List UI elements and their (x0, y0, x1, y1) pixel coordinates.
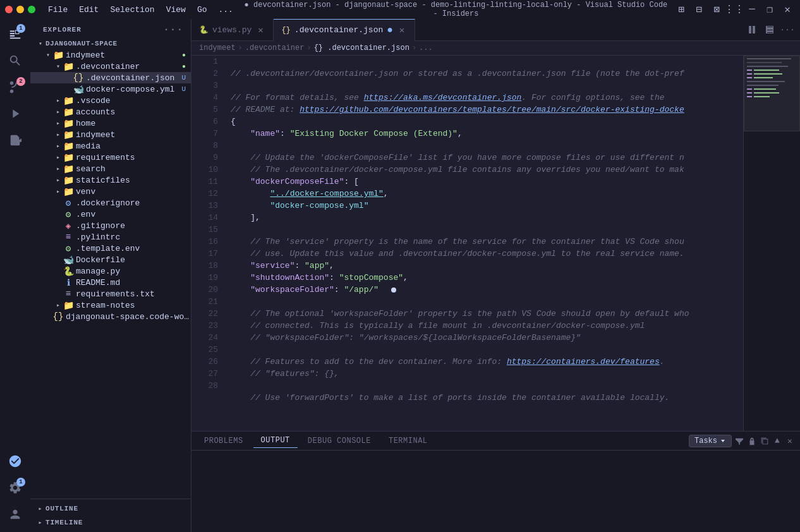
search-arrow: ▸ (53, 164, 63, 174)
tab-views-py-close[interactable]: ✕ (255, 25, 265, 35)
panel-lock-icon[interactable] (747, 436, 757, 446)
dockerignore-icon: ⚙ (63, 198, 73, 208)
panel-tab-terminal[interactable]: TERMINAL (381, 434, 435, 448)
gitignore-label: .gitignore (76, 221, 191, 231)
layout-button[interactable]: ⊞ (674, 2, 689, 17)
settings-activity-icon[interactable]: 1 (3, 475, 28, 500)
tree-item-venv[interactable]: ▸ 📁 venv (30, 186, 191, 197)
tree-item-indymeet2[interactable]: ▸ 📁 indymeet (30, 129, 191, 140)
split-button[interactable]: ⊟ (691, 2, 706, 17)
tree-item-template-env[interactable]: ▸ ⚙ .template.env (30, 243, 191, 254)
devcontainer-badge: ● (182, 63, 186, 70)
breadcrumb-devcontainer[interactable]: .devcontainer (245, 44, 305, 52)
maximize-button[interactable] (28, 6, 35, 13)
editor-content[interactable]: 1 2 3 4 5 6 7 8 9 10 11 12 13 14 15 16 1 (191, 56, 800, 431)
requirements-arrow: ▸ (53, 152, 63, 162)
panel-tab-output[interactable]: OUTPUT (253, 433, 298, 448)
panel-filter-icon[interactable] (734, 436, 744, 446)
minimize-window[interactable]: ─ (744, 2, 760, 17)
workspace-label: DJANGONAUT-SPACE (45, 40, 118, 47)
stream-notes-arrow: ▸ (53, 300, 63, 310)
menu-selection[interactable]: Selection (105, 4, 159, 16)
tree-item-devcontainer[interactable]: ▾ 📁 .devcontainer ● (30, 61, 191, 72)
menu-file[interactable]: File (43, 4, 73, 16)
tree-item-pylintrc[interactable]: ▸ ≡ .pylintrc (30, 231, 191, 243)
tree-item-vscode[interactable]: ▸ 📁 .vscode (30, 95, 191, 106)
menu-more[interactable]: ... (213, 4, 238, 16)
tree-item-media[interactable]: ▸ 📁 media (30, 140, 191, 152)
tree-item-gitignore[interactable]: ▸ ◈ .gitignore (30, 220, 191, 231)
minimize-button[interactable] (16, 6, 24, 13)
home-arrow: ▸ (53, 118, 63, 128)
tree-item-staticfiles[interactable]: ▸ 📁 staticfiles (30, 174, 191, 186)
menu-view[interactable]: View (161, 4, 191, 16)
tree-item-search[interactable]: ▸ 📁 search (30, 163, 191, 174)
explorer-badge: 1 (16, 24, 25, 33)
tree-item-dockerfile[interactable]: ▸ 🐋 Dockerfile (30, 254, 191, 265)
panel-tab-debug-console[interactable]: DEBUG CONSOLE (300, 434, 379, 448)
manage-icon: 🐍 (63, 266, 73, 276)
tree-item-stream-notes[interactable]: ▸ 📁 stream-notes (30, 299, 191, 311)
close-window[interactable]: ✕ (780, 2, 795, 17)
minimap (743, 56, 800, 431)
task-selector[interactable]: Tasks (689, 435, 732, 447)
gitignore-icon: ◈ (63, 221, 73, 231)
tab-devcontainer-label: .devcontainer.json (294, 25, 383, 35)
breadcrumb-indymeet[interactable]: indymeet (199, 44, 236, 52)
account-activity-icon[interactable] (3, 502, 28, 527)
outline-header[interactable]: ▸ OUTLINE (30, 502, 191, 516)
panel-tab-problems[interactable]: PROBLEMS (197, 434, 251, 448)
tree-item-requirements-txt[interactable]: ▸ ≡ requirements.txt (30, 288, 191, 299)
grid-button[interactable]: ⋮⋮ (727, 2, 742, 17)
more-tabs-button[interactable]: ··· (780, 22, 795, 37)
tree-item-env[interactable]: ▸ ⚙ .env (30, 209, 191, 220)
tree-item-requirements[interactable]: ▸ 📁 requirements (30, 152, 191, 163)
breadcrumb-json[interactable]: {} .devcontainer.json (314, 44, 409, 52)
tree-item-devcontainer-json[interactable]: ▸ {} .devcontainer.json U (30, 72, 191, 83)
tree-item-docker-compose[interactable]: ▸ 🐋 docker-compose.yml U (30, 83, 191, 95)
search-activity-icon[interactable] (3, 48, 28, 73)
panel-close-icon[interactable]: ✕ (785, 436, 795, 446)
menu-edit[interactable]: Edit (74, 4, 104, 16)
dockerfile-label: Dockerfile (76, 255, 191, 265)
code-editor[interactable]: // .devcontainer/devcontainer.json or st… (223, 56, 743, 431)
minimap-thumb[interactable] (744, 56, 800, 131)
panel-button[interactable]: ⊠ (709, 2, 724, 17)
accounts-folder-icon: 📁 (63, 107, 73, 117)
tree-item-dockerignore[interactable]: ▸ ⚙ .dockerignore (30, 197, 191, 209)
breadcrumb-more[interactable]: ... (419, 44, 433, 52)
tab-devcontainer-json[interactable]: {} .devcontainer.json ● ✕ (274, 19, 415, 41)
tree-item-readme[interactable]: ▸ ℹ README.md (30, 277, 191, 288)
outline-arrow: ▸ (35, 504, 45, 514)
source-control-activity-icon[interactable]: 2 (3, 75, 28, 100)
requirements-folder-icon: 📁 (63, 152, 73, 162)
menu-go[interactable]: Go (192, 4, 212, 16)
sidebar-more-icon[interactable]: ··· (163, 24, 183, 35)
tree-item-manage[interactable]: ▸ 🐍 manage.py (30, 265, 191, 277)
run-activity-icon[interactable] (3, 101, 28, 126)
panel-copy-icon[interactable] (760, 436, 770, 446)
editor-layout-button[interactable] (762, 22, 777, 37)
explorer-activity-icon[interactable]: 1 (3, 21, 28, 47)
timeline-header[interactable]: ▸ TIMELINE (30, 516, 191, 529)
restore-window[interactable]: ❐ (762, 2, 777, 17)
tree-item-accounts[interactable]: ▸ 📁 accounts (30, 106, 191, 118)
sidebar-content[interactable]: ▾ DJANGONAUT-SPACE ▾ 📁 indymeet ● ▾ 📁 .d… (30, 38, 191, 499)
tab-devcontainer-close[interactable]: ✕ (397, 25, 407, 35)
tree-item-home[interactable]: ▸ 📁 home (30, 118, 191, 129)
tab-views-py-label: views.py (212, 25, 252, 35)
tree-item-indymeet[interactable]: ▾ 📁 indymeet ● (30, 49, 191, 61)
window-title: ● devcontainer.json - djangonaut-space -… (243, 1, 669, 18)
remote-activity-icon[interactable] (3, 449, 28, 474)
close-button[interactable] (5, 6, 13, 13)
split-editor-button[interactable] (744, 22, 760, 37)
views-py-icon: 🐍 (199, 25, 209, 35)
extensions-activity-icon[interactable] (3, 128, 28, 153)
devcontainer-folder-icon: 📁 (63, 61, 73, 71)
tree-item-workspace[interactable]: ▸ {} djangonaut-space.code-works... (30, 311, 191, 322)
panel-actions: Tasks (689, 435, 795, 447)
tab-views-py[interactable]: 🐍 views.py ✕ (191, 19, 274, 41)
workspace-root[interactable]: ▾ DJANGONAUT-SPACE (30, 38, 191, 49)
tabs-bar: 🐍 views.py ✕ {} .devcontainer.json ● ✕ (191, 19, 800, 41)
panel-up-icon[interactable]: ▲ (772, 436, 782, 446)
